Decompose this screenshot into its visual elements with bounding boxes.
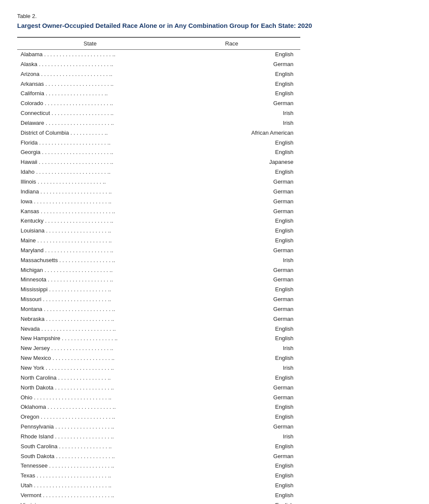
race-cell: English xyxy=(163,226,300,236)
table-row: Kansas . . . . . . . . . . . . . . . . .… xyxy=(17,207,300,217)
state-cell: Colorado . . . . . . . . . . . . . . . .… xyxy=(17,99,163,109)
state-cell: Montana . . . . . . . . . . . . . . . . … xyxy=(17,305,163,314)
table-row: Colorado . . . . . . . . . . . . . . . .… xyxy=(17,99,300,109)
table-row: Tennessee . . . . . . . . . . . . . . . … xyxy=(17,461,300,471)
race-cell: German xyxy=(163,266,300,275)
state-cell: Alaska . . . . . . . . . . . . . . . . .… xyxy=(17,60,163,69)
table-row: Utah . . . . . . . . . . . . . . . . . .… xyxy=(17,481,300,491)
race-cell: English xyxy=(163,148,300,157)
race-cell: African American xyxy=(163,128,300,138)
state-cell: South Dakota . . . . . . . . . . . . . .… xyxy=(17,452,163,462)
table-row: Alaska . . . . . . . . . . . . . . . . .… xyxy=(17,60,300,69)
race-cell: English xyxy=(163,442,300,452)
table-row: North Carolina . . . . . . . . . . . . .… xyxy=(17,373,300,383)
race-cell: German xyxy=(163,187,300,197)
race-cell: English xyxy=(163,501,300,504)
state-cell: Connecticut . . . . . . . . . . . . . . … xyxy=(17,109,163,118)
race-cell: German xyxy=(163,295,300,305)
table-row: Connecticut . . . . . . . . . . . . . . … xyxy=(17,109,300,118)
race-cell: German xyxy=(163,207,300,217)
race-cell: German xyxy=(163,452,300,462)
state-cell: Texas . . . . . . . . . . . . . . . . . … xyxy=(17,471,163,481)
state-cell: Georgia . . . . . . . . . . . . . . . . … xyxy=(17,148,163,157)
race-cell: Japanese xyxy=(163,157,300,167)
state-cell: Nevada . . . . . . . . . . . . . . . . .… xyxy=(17,324,163,334)
race-cell: German xyxy=(163,383,300,393)
state-cell: Mississippi . . . . . . . . . . . . . . … xyxy=(17,285,163,295)
table-row: Minnesota . . . . . . . . . . . . . . . … xyxy=(17,275,300,285)
state-cell: Kansas . . . . . . . . . . . . . . . . .… xyxy=(17,207,163,217)
table-row: South Carolina . . . . . . . . . . . . .… xyxy=(17,442,300,452)
table-row: Mississippi . . . . . . . . . . . . . . … xyxy=(17,285,300,295)
race-cell: English xyxy=(163,471,300,481)
state-cell: Florida . . . . . . . . . . . . . . . . … xyxy=(17,138,163,148)
state-cell: Massachusetts . . . . . . . . . . . . . … xyxy=(17,256,163,266)
table-row: Rhode Island . . . . . . . . . . . . . .… xyxy=(17,432,300,442)
race-cell: English xyxy=(163,167,300,177)
main-table: State Race Alabama . . . . . . . . . . .… xyxy=(17,37,300,504)
state-cell: Louisiana . . . . . . . . . . . . . . . … xyxy=(17,226,163,236)
state-cell: Delaware . . . . . . . . . . . . . . . .… xyxy=(17,118,163,128)
race-cell: English xyxy=(163,79,300,89)
race-cell: Irish xyxy=(163,432,300,442)
table-row: South Dakota . . . . . . . . . . . . . .… xyxy=(17,452,300,462)
race-cell: English xyxy=(163,334,300,344)
state-cell: California . . . . . . . . . . . . . . .… xyxy=(17,89,163,99)
race-cell: English xyxy=(163,324,300,334)
table-title: Largest Owner-Occupied Detailed Race Alo… xyxy=(17,21,412,30)
table-row: Kentucky . . . . . . . . . . . . . . . .… xyxy=(17,216,300,226)
table-row: Montana . . . . . . . . . . . . . . . . … xyxy=(17,305,300,314)
table-row: District of Columbia . . . . . . . . . .… xyxy=(17,128,300,138)
race-cell: English xyxy=(163,402,300,412)
table-number: Table 2. xyxy=(17,13,412,19)
table-row: Virginia . . . . . . . . . . . . . . . .… xyxy=(17,501,300,504)
race-cell: German xyxy=(163,197,300,207)
race-cell: German xyxy=(163,305,300,314)
state-cell: Iowa . . . . . . . . . . . . . . . . . .… xyxy=(17,197,163,207)
state-cell: New Mexico . . . . . . . . . . . . . . .… xyxy=(17,353,163,363)
table-row: Nevada . . . . . . . . . . . . . . . . .… xyxy=(17,324,300,334)
table-row: Arizona . . . . . . . . . . . . . . . . … xyxy=(17,69,300,79)
table-row: Hawaii . . . . . . . . . . . . . . . . .… xyxy=(17,157,300,167)
state-cell: New Hampshire . . . . . . . . . . . . . … xyxy=(17,334,163,344)
table-row: Alabama . . . . . . . . . . . . . . . . … xyxy=(17,50,300,60)
table-row: Idaho . . . . . . . . . . . . . . . . . … xyxy=(17,167,300,177)
state-cell: North Dakota . . . . . . . . . . . . . .… xyxy=(17,383,163,393)
state-cell: Idaho . . . . . . . . . . . . . . . . . … xyxy=(17,167,163,177)
race-cell: German xyxy=(163,246,300,256)
state-cell: Ohio . . . . . . . . . . . . . . . . . .… xyxy=(17,393,163,403)
state-cell: Arkansas . . . . . . . . . . . . . . . .… xyxy=(17,79,163,89)
race-cell: English xyxy=(163,216,300,226)
race-cell: German xyxy=(163,314,300,324)
race-cell: English xyxy=(163,373,300,383)
table-row: Florida . . . . . . . . . . . . . . . . … xyxy=(17,138,300,148)
race-cell: Irish xyxy=(163,109,300,118)
state-cell: Alabama . . . . . . . . . . . . . . . . … xyxy=(17,50,163,60)
race-cell: English xyxy=(163,285,300,295)
race-cell: English xyxy=(163,353,300,363)
state-cell: New Jersey . . . . . . . . . . . . . . .… xyxy=(17,344,163,353)
race-cell: English xyxy=(163,481,300,491)
state-cell: Oklahoma . . . . . . . . . . . . . . . .… xyxy=(17,402,163,412)
state-cell: Nebraska . . . . . . . . . . . . . . . .… xyxy=(17,314,163,324)
state-cell: Minnesota . . . . . . . . . . . . . . . … xyxy=(17,275,163,285)
race-cell: German xyxy=(163,393,300,403)
state-cell: Vermont . . . . . . . . . . . . . . . . … xyxy=(17,491,163,501)
table-row: New Jersey . . . . . . . . . . . . . . .… xyxy=(17,344,300,353)
table-row: Maine . . . . . . . . . . . . . . . . . … xyxy=(17,236,300,246)
race-cell: English xyxy=(163,89,300,99)
table-row: Ohio . . . . . . . . . . . . . . . . . .… xyxy=(17,393,300,403)
table-row: Oklahoma . . . . . . . . . . . . . . . .… xyxy=(17,402,300,412)
table-row: Louisiana . . . . . . . . . . . . . . . … xyxy=(17,226,300,236)
state-cell: Rhode Island . . . . . . . . . . . . . .… xyxy=(17,432,163,442)
race-cell: English xyxy=(163,412,300,422)
state-cell: Michigan . . . . . . . . . . . . . . . .… xyxy=(17,266,163,275)
table-row: Arkansas . . . . . . . . . . . . . . . .… xyxy=(17,79,300,89)
race-cell: Irish xyxy=(163,118,300,128)
table-row: Oregon . . . . . . . . . . . . . . . . .… xyxy=(17,412,300,422)
table-row: Michigan . . . . . . . . . . . . . . . .… xyxy=(17,266,300,275)
race-cell: English xyxy=(163,50,300,60)
race-cell: English xyxy=(163,461,300,471)
table-row: Georgia . . . . . . . . . . . . . . . . … xyxy=(17,148,300,157)
state-cell: Missouri . . . . . . . . . . . . . . . .… xyxy=(17,295,163,305)
